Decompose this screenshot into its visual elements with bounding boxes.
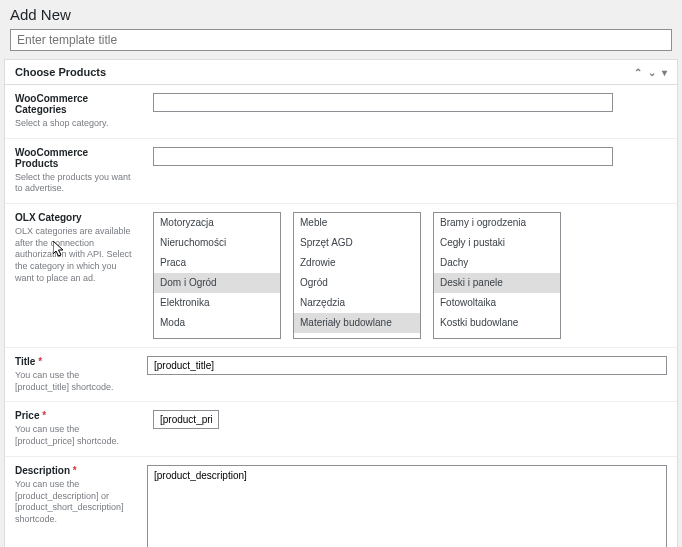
choose-products-panel: Choose Products ⌃ ⌄ ▾ WooCommerce Catego…: [4, 59, 678, 547]
panel-toggle-icon[interactable]: ▾: [662, 67, 667, 78]
description-label: Description *: [15, 465, 127, 476]
woo-categories-input[interactable]: [153, 93, 613, 112]
title-input[interactable]: [147, 356, 667, 375]
price-input[interactable]: [153, 410, 219, 429]
template-title-input[interactable]: [10, 29, 672, 51]
panel-title: Choose Products: [15, 66, 106, 78]
woo-products-label: WooCommerce Products: [15, 147, 133, 169]
list-item[interactable]: Zdrowie: [294, 253, 420, 273]
title-label: Title *: [15, 356, 127, 367]
page-title: Add New: [0, 0, 682, 29]
description-textarea[interactable]: [147, 465, 667, 547]
list-item[interactable]: Nieruchomości: [154, 233, 280, 253]
woo-products-input[interactable]: [153, 147, 613, 166]
woo-categories-row: WooCommerce Categories Select a shop cat…: [5, 85, 677, 139]
list-item[interactable]: Deski i panele: [434, 273, 560, 293]
list-item[interactable]: Ogród: [294, 273, 420, 293]
list-item[interactable]: Materiały budowlane: [294, 313, 420, 333]
list-item[interactable]: Rolnictwo: [154, 333, 280, 339]
list-item[interactable]: Cegły i pustaki: [434, 233, 560, 253]
list-item[interactable]: Fotowoltaika: [434, 293, 560, 313]
olx-listbox-2[interactable]: MebleSprzęt AGDZdrowieOgródNarzędziaMate…: [293, 212, 421, 339]
woo-products-row: WooCommerce Products Select the products…: [5, 139, 677, 204]
price-row: Price * You can use the [product_price] …: [5, 402, 677, 456]
list-item[interactable]: Dachy: [434, 253, 560, 273]
price-help: You can use the [product_price] shortcod…: [15, 424, 133, 447]
title-row: Title * You can use the [product_title] …: [5, 348, 677, 402]
olx-listbox-1[interactable]: MotoryzacjaNieruchomościPracaDom i Ogród…: [153, 212, 281, 339]
list-item[interactable]: Moda: [154, 313, 280, 333]
olx-listbox-3[interactable]: Bramy i ogrodzeniaCegły i pustakiDachyDe…: [433, 212, 561, 339]
olx-category-row: OLX Category OLX categories are availabl…: [5, 204, 677, 348]
price-label: Price *: [15, 410, 133, 421]
list-item[interactable]: Sprzęt AGD: [294, 233, 420, 253]
woo-categories-label: WooCommerce Categories: [15, 93, 133, 115]
olx-category-label: OLX Category: [15, 212, 133, 223]
olx-listboxes: MotoryzacjaNieruchomościPracaDom i Ogród…: [153, 212, 667, 339]
woo-products-help: Select the products you want to advertis…: [15, 172, 133, 195]
list-item[interactable]: Materiały sypkie: [434, 333, 560, 339]
panel-move-up-icon[interactable]: ⌃: [634, 67, 642, 78]
list-item[interactable]: Meble: [294, 213, 420, 233]
olx-category-help: OLX categories are available after the c…: [15, 226, 133, 284]
list-item[interactable]: Dom i Ogród: [154, 273, 280, 293]
list-item[interactable]: Kostki budowlane: [434, 313, 560, 333]
title-help: You can use the [product_title] shortcod…: [15, 370, 127, 393]
list-item[interactable]: Narzędzia: [294, 293, 420, 313]
panel-move-down-icon[interactable]: ⌄: [648, 67, 656, 78]
description-row: Description * You can use the [product_d…: [5, 457, 677, 547]
list-item[interactable]: Motoryzacja: [154, 213, 280, 233]
panel-header[interactable]: Choose Products ⌃ ⌄ ▾: [5, 60, 677, 85]
list-item[interactable]: Bramy i ogrodzenia: [434, 213, 560, 233]
woo-categories-help: Select a shop category.: [15, 118, 133, 130]
panel-controls: ⌃ ⌄ ▾: [634, 67, 667, 78]
list-item[interactable]: Praca: [154, 253, 280, 273]
description-help: You can use the [product_description] or…: [15, 479, 127, 526]
list-item[interactable]: Elektronika: [154, 293, 280, 313]
list-item[interactable]: Ogrzewanie: [294, 333, 420, 339]
